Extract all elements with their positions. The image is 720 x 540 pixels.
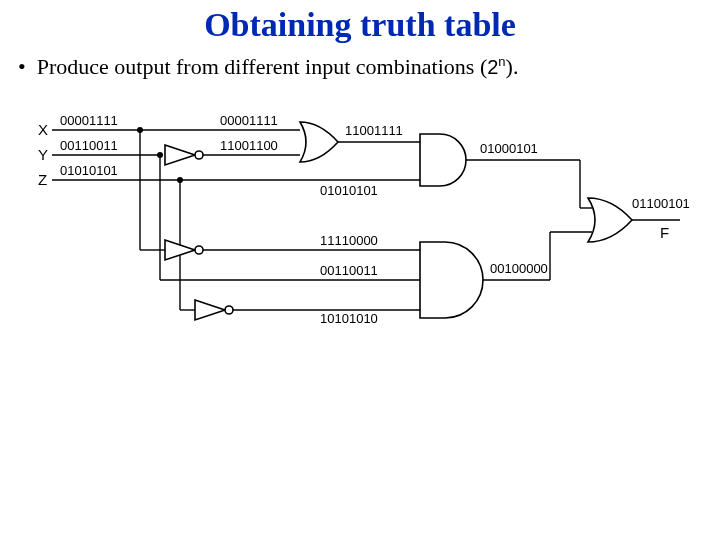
y-bits-label: 00110011 xyxy=(60,138,118,153)
z-rep-label: 01010101 xyxy=(320,183,378,198)
and1-out-label: 01000101 xyxy=(480,141,538,156)
not-y-label: 11001100 xyxy=(220,138,278,153)
not-x-label: 11110000 xyxy=(320,233,378,248)
final-or-gate xyxy=(588,198,632,242)
input-x-label: X xyxy=(38,121,48,138)
svg-point-17 xyxy=(195,246,203,254)
bullet-text: Produce output from different input comb… xyxy=(37,54,488,79)
two-n-exponent: n xyxy=(498,54,505,69)
y-rep-label: 00110011 xyxy=(320,263,378,278)
bullet-suffix: ). xyxy=(506,54,519,79)
x-bits-label: 00001111 xyxy=(60,113,118,128)
or1-out-label: 11001111 xyxy=(345,123,403,138)
svg-point-7 xyxy=(157,152,163,158)
f-out-label: 01100101 xyxy=(632,196,690,211)
logic-circuit-diagram: X Y Z 00001111 00110011 01010101 0000111… xyxy=(20,100,700,340)
input-y-label: Y xyxy=(38,146,48,163)
output-f-label: F xyxy=(660,224,669,241)
svg-point-21 xyxy=(225,306,233,314)
bullet-line: • Produce output from different input co… xyxy=(18,54,518,80)
slide-title: Obtaining truth table xyxy=(0,6,720,44)
and2-out-label: 00100000 xyxy=(490,261,548,276)
z-bits-label: 01010101 xyxy=(60,163,118,178)
not-z-label: 10101010 xyxy=(320,311,378,326)
not-z-gate xyxy=(195,300,225,320)
and2-gate xyxy=(420,242,483,318)
not-y-gate xyxy=(165,145,195,165)
svg-point-10 xyxy=(195,151,203,159)
x-rep-label: 00001111 xyxy=(220,113,278,128)
and1-gate xyxy=(420,134,466,186)
input-z-label: Z xyxy=(38,171,47,188)
two-n-base: 2 xyxy=(487,56,498,78)
or1-gate xyxy=(300,122,338,162)
